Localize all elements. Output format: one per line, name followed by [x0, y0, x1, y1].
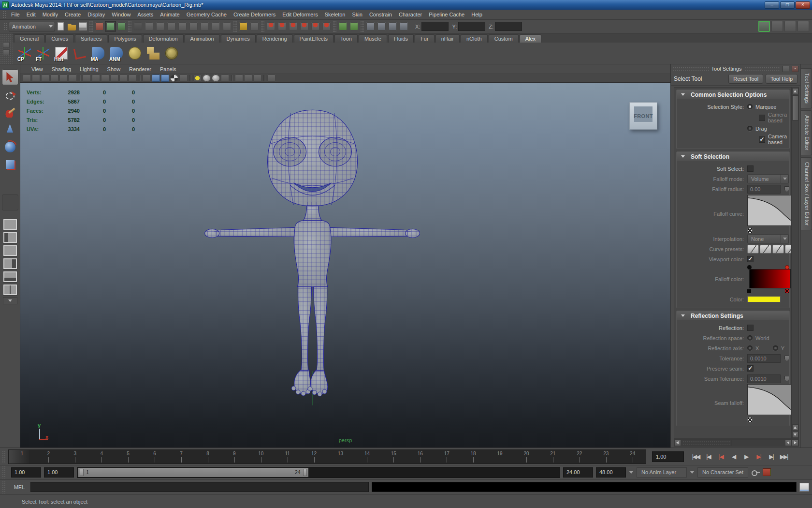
scroll-down-button[interactable] — [792, 432, 798, 438]
viewport-menu-show[interactable]: Show — [103, 65, 125, 73]
command-line-grip[interactable] — [2, 481, 6, 493]
select-all-mask-button[interactable] — [144, 21, 155, 32]
shelf-tab-alex[interactable]: Alex — [520, 34, 541, 43]
snap-to-points-button[interactable] — [288, 21, 299, 32]
toggle-modeling-toolkit-button[interactable] — [798, 21, 809, 32]
slider-thumb[interactable] — [784, 356, 789, 361]
layout-persp-side-button[interactable] — [3, 232, 17, 243]
menu-create[interactable]: Create — [61, 10, 84, 19]
snap-to-view-planes-button[interactable] — [310, 21, 321, 32]
shelf-tab-general[interactable]: General — [14, 34, 44, 43]
layout-menu-button[interactable] — [3, 297, 17, 304]
color-swatch[interactable] — [747, 296, 781, 302]
frame-3[interactable]: 3 — [62, 450, 88, 463]
select-by-component-button[interactable] — [116, 21, 127, 32]
resolution-gate-button[interactable] — [92, 75, 100, 82]
status-group-separator[interactable] — [361, 21, 364, 32]
smooth-shade-mode-button[interactable] — [152, 75, 160, 82]
xray-joints-mode-button[interactable] — [253, 75, 261, 82]
shelf-item-ma[interactable]: MA — [90, 45, 106, 62]
viewport-menu-renderer[interactable]: Renderer — [125, 65, 156, 73]
slider-thumb[interactable] — [784, 376, 789, 382]
shelf-item-wire-sphere[interactable] — [163, 45, 180, 62]
use-default-material-button[interactable] — [170, 75, 178, 82]
image-plane-button[interactable] — [50, 75, 58, 82]
frame-16[interactable]: 16 — [407, 450, 434, 463]
frame-2[interactable]: 2 — [35, 450, 62, 463]
xray-mode-button[interactable] — [244, 75, 252, 82]
reflection-checkbox[interactable] — [747, 325, 754, 331]
ramp-key-delete[interactable] — [785, 289, 789, 293]
y-input[interactable] — [458, 22, 485, 31]
move-tool-button[interactable] — [2, 121, 18, 137]
field-chart-button[interactable] — [110, 75, 118, 82]
select-dynamics-button[interactable] — [199, 21, 210, 32]
frame-12[interactable]: 12 — [301, 450, 327, 463]
ipr-render-button[interactable] — [387, 21, 398, 32]
reflection-axis-x-radio[interactable] — [747, 345, 753, 351]
frame-17[interactable]: 17 — [434, 450, 460, 463]
rotate-tool-button[interactable] — [2, 139, 18, 155]
status-group-separator[interactable] — [128, 21, 131, 32]
shelf-item-tsquare[interactable] — [72, 45, 88, 62]
shelf-tab-custom[interactable]: Custom — [489, 34, 519, 43]
panel-close-button[interactable]: × — [792, 66, 798, 72]
restore-button[interactable]: □ — [780, 1, 795, 9]
auto-keyframe-icon[interactable] — [751, 468, 760, 476]
panel-drag-handle[interactable] — [744, 67, 781, 71]
close-button[interactable]: × — [796, 1, 810, 9]
outputs-from-selected-button[interactable] — [348, 21, 360, 32]
mel-command-input[interactable] — [30, 482, 369, 492]
wireframe-mode-button[interactable] — [143, 75, 151, 82]
playback-range-bar[interactable]: 1 24 — [78, 468, 308, 477]
paint-select-tool-button[interactable] — [2, 104, 18, 120]
go-to-start-button[interactable]: |◀◀ — [690, 451, 702, 462]
animation-preferences-icon[interactable] — [763, 468, 771, 476]
curve-preset-button[interactable] — [772, 245, 784, 254]
range-end-handle[interactable] — [303, 469, 307, 476]
menu-display[interactable]: Display — [84, 10, 108, 19]
frame-10[interactable]: 10 — [247, 450, 274, 463]
viewport-color-checkbox[interactable]: ✓ — [747, 256, 754, 262]
shelf-tab-polygons[interactable]: Polygons — [108, 34, 142, 43]
curve-preset-button[interactable] — [760, 245, 771, 254]
frame-19[interactable]: 19 — [487, 450, 513, 463]
current-time-field[interactable] — [652, 451, 684, 462]
frame-13[interactable]: 13 — [327, 450, 354, 463]
frame-5[interactable]: 5 — [115, 450, 142, 463]
save-scene-button[interactable] — [77, 21, 88, 32]
curve-preset-button[interactable] — [785, 245, 791, 254]
shelf-item-anm[interactable]: ANM — [108, 45, 125, 62]
viewport-menu-lighting[interactable]: Lighting — [75, 65, 103, 73]
falloff-color-ramp[interactable] — [747, 265, 789, 293]
play-backwards-button[interactable]: ◀ — [727, 451, 740, 462]
scale-tool-button[interactable] — [2, 156, 18, 172]
panel-drag-handle[interactable] — [673, 67, 709, 71]
status-line-grip[interactable] — [3, 23, 7, 30]
bookmarks-button[interactable] — [41, 75, 49, 82]
frame-ruler[interactable]: 123456789101112131415161718192021222324 — [8, 449, 646, 464]
frame-20[interactable]: 20 — [513, 450, 540, 463]
step-back-key-button[interactable]: |◀ — [715, 451, 727, 462]
frame-7[interactable]: 7 — [168, 450, 195, 463]
menu-window[interactable]: Window — [108, 10, 134, 19]
tolerance-field[interactable]: 0.0010 — [747, 354, 781, 363]
section-header[interactable]: Common Selection Options — [677, 90, 789, 99]
menu-geometry-cache[interactable]: Geometry Cache — [183, 10, 230, 19]
menu-file[interactable]: File — [8, 10, 23, 19]
viewport-canvas[interactable]: Verts:292800Edges:586700Faces:294000Tris… — [20, 83, 670, 448]
shelf-tab-fluids[interactable]: Fluids — [388, 34, 414, 43]
step-forward-key-button[interactable]: ▶| — [753, 451, 765, 462]
anim-layer-dropdown-icon[interactable] — [629, 471, 634, 474]
falloff-radius-field[interactable]: 0.00 — [747, 185, 781, 194]
horizontal-scrollbar[interactable] — [674, 439, 799, 447]
shelf-item-hist[interactable]: Hist — [53, 45, 70, 62]
lighting-selected-button[interactable] — [212, 75, 220, 82]
section-header[interactable]: Soft Selection — [677, 152, 789, 161]
marquee-radio[interactable] — [747, 104, 753, 109]
toggle-tool-settings-button[interactable] — [771, 21, 783, 32]
character-model[interactable] — [20, 83, 670, 448]
curve-delete-button[interactable] — [747, 417, 753, 422]
selection-mask-menu-button[interactable] — [132, 21, 144, 32]
toggle-channel-box-button[interactable] — [784, 21, 796, 32]
